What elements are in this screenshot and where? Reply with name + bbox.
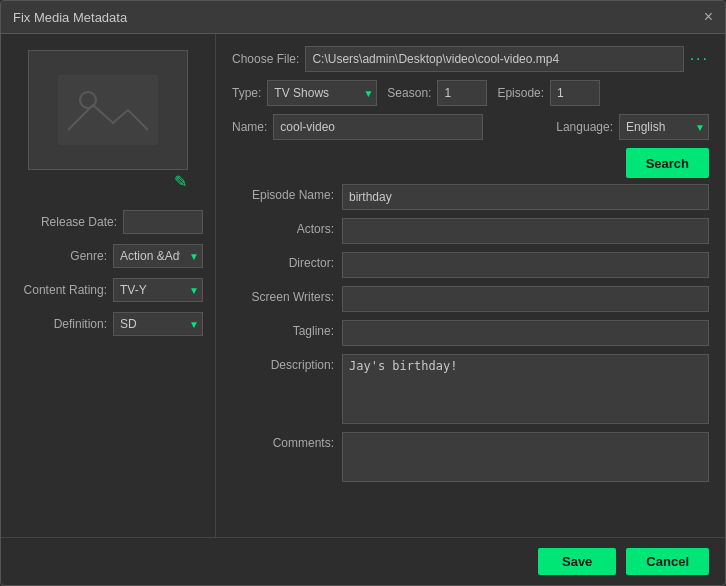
type-label: Type: xyxy=(232,86,261,100)
type-row: Type: TV Shows Movie Music Video ▼ Seaso… xyxy=(232,80,709,106)
name-row: Name: Language: English French Spanish ▼ xyxy=(232,114,709,140)
genre-label: Genre: xyxy=(70,249,107,263)
language-select[interactable]: English French Spanish xyxy=(619,114,709,140)
file-row: Choose File: ··· xyxy=(232,46,709,72)
release-date-input[interactable] xyxy=(123,210,203,234)
left-panel: ✎ Release Date: Genre: Action &Adv Comed… xyxy=(1,34,216,537)
director-row: Director: xyxy=(232,252,709,278)
edit-thumbnail-icon[interactable]: ✎ xyxy=(174,172,187,191)
dialog-content: ✎ Release Date: Genre: Action &Adv Comed… xyxy=(1,34,725,537)
comments-textarea[interactable] xyxy=(342,432,709,482)
content-rating-select-wrapper: TV-Y TV-G TV-PG TV-14 TV-MA ▼ xyxy=(113,278,203,302)
content-rating-row: Content Rating: TV-Y TV-G TV-PG TV-14 TV… xyxy=(13,278,203,302)
director-input[interactable] xyxy=(342,252,709,278)
right-panel: Choose File: ··· Type: TV Shows Movie Mu… xyxy=(216,34,725,537)
screen-writers-label: Screen Writers: xyxy=(232,286,342,304)
type-group: Type: TV Shows Movie Music Video ▼ xyxy=(232,80,377,106)
thumbnail-placeholder-icon xyxy=(58,75,158,145)
release-date-label: Release Date: xyxy=(41,215,117,229)
type-select-wrapper: TV Shows Movie Music Video ▼ xyxy=(267,80,377,106)
content-rating-select[interactable]: TV-Y TV-G TV-PG TV-14 TV-MA xyxy=(113,278,203,302)
more-options-button[interactable]: ··· xyxy=(690,50,709,68)
definition-select[interactable]: SD HD 4K xyxy=(113,312,203,336)
search-area: Search xyxy=(232,148,709,178)
season-label: Season: xyxy=(387,86,431,100)
description-label: Description: xyxy=(232,354,342,372)
actors-input[interactable] xyxy=(342,218,709,244)
tagline-row: Tagline: xyxy=(232,320,709,346)
episode-name-row: Episode Name: xyxy=(232,184,709,210)
language-group: Language: English French Spanish ▼ xyxy=(556,114,709,140)
name-group: Name: xyxy=(232,114,546,140)
language-select-wrapper: English French Spanish ▼ xyxy=(619,114,709,140)
language-label: Language: xyxy=(556,120,613,134)
definition-select-wrapper: SD HD 4K ▼ xyxy=(113,312,203,336)
genre-row: Genre: Action &Adv Comedy Drama ▼ xyxy=(13,244,203,268)
director-label: Director: xyxy=(232,252,342,270)
meta-fields: Episode Name: Actors: Director: Screen W… xyxy=(232,184,709,525)
tagline-input[interactable] xyxy=(342,320,709,346)
actors-row: Actors: xyxy=(232,218,709,244)
save-button[interactable]: Save xyxy=(538,548,616,575)
definition-row: Definition: SD HD 4K ▼ xyxy=(13,312,203,336)
svg-rect-0 xyxy=(58,75,158,145)
left-fields: Release Date: Genre: Action &Adv Comedy … xyxy=(13,210,203,346)
fix-media-metadata-dialog: Fix Media Metadata × ✎ Release Date: Gen xyxy=(0,0,726,586)
name-input[interactable] xyxy=(273,114,483,140)
screen-writers-input[interactable] xyxy=(342,286,709,312)
file-path-input[interactable] xyxy=(305,46,683,72)
description-row: Description: Jay's birthday! xyxy=(232,354,709,424)
cancel-button[interactable]: Cancel xyxy=(626,548,709,575)
actors-label: Actors: xyxy=(232,218,342,236)
genre-select-wrapper: Action &Adv Comedy Drama ▼ xyxy=(113,244,203,268)
episode-name-input[interactable] xyxy=(342,184,709,210)
episode-label: Episode: xyxy=(497,86,544,100)
name-label: Name: xyxy=(232,120,267,134)
release-date-row: Release Date: xyxy=(13,210,203,234)
episode-name-label: Episode Name: xyxy=(232,184,342,202)
tagline-label: Tagline: xyxy=(232,320,342,338)
title-bar: Fix Media Metadata × xyxy=(1,1,725,34)
episode-group: Episode: xyxy=(497,80,600,106)
dialog-title: Fix Media Metadata xyxy=(13,10,127,25)
genre-select[interactable]: Action &Adv Comedy Drama xyxy=(113,244,203,268)
thumbnail-area: ✎ xyxy=(28,50,188,170)
choose-file-label: Choose File: xyxy=(232,52,299,66)
comments-label: Comments: xyxy=(232,432,342,450)
episode-input[interactable] xyxy=(550,80,600,106)
footer: Save Cancel xyxy=(1,537,725,585)
close-button[interactable]: × xyxy=(704,9,713,25)
search-button[interactable]: Search xyxy=(626,148,709,178)
content-rating-label: Content Rating: xyxy=(24,283,107,297)
definition-label: Definition: xyxy=(54,317,107,331)
type-select[interactable]: TV Shows Movie Music Video xyxy=(267,80,377,106)
season-input[interactable] xyxy=(437,80,487,106)
comments-row: Comments: xyxy=(232,432,709,482)
screen-writers-row: Screen Writers: xyxy=(232,286,709,312)
description-textarea[interactable]: Jay's birthday! xyxy=(342,354,709,424)
season-group: Season: xyxy=(387,80,487,106)
